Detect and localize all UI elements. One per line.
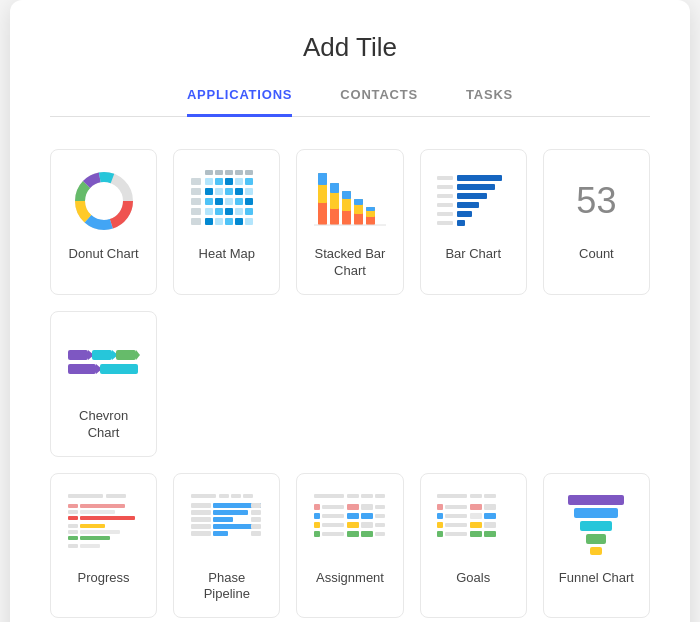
svg-rect-32 xyxy=(215,208,223,215)
svg-rect-125 xyxy=(347,513,359,519)
svg-rect-94 xyxy=(80,544,100,548)
tile-goals[interactable]: Goals xyxy=(420,473,527,619)
svg-rect-80 xyxy=(106,494,126,498)
svg-rect-11 xyxy=(245,170,253,175)
svg-marker-75 xyxy=(136,350,140,360)
tile-assignment[interactable]: Assignment xyxy=(296,473,403,619)
chevron-chart-preview xyxy=(64,328,144,398)
svg-rect-26 xyxy=(215,198,223,205)
svg-rect-58 xyxy=(457,175,502,181)
svg-rect-147 xyxy=(470,513,482,519)
svg-rect-151 xyxy=(470,522,482,528)
svg-rect-111 xyxy=(251,517,261,522)
svg-rect-153 xyxy=(437,531,443,537)
svg-rect-25 xyxy=(205,198,213,205)
svg-rect-59 xyxy=(457,184,495,190)
svg-rect-102 xyxy=(213,510,248,515)
svg-rect-123 xyxy=(314,513,320,519)
svg-rect-76 xyxy=(68,364,96,374)
svg-rect-30 xyxy=(191,208,201,215)
svg-rect-28 xyxy=(235,198,243,205)
svg-rect-70 xyxy=(68,350,88,360)
tile-stacked-bar-chart[interactable]: Stacked Bar Chart xyxy=(296,149,403,295)
svg-rect-85 xyxy=(68,516,78,520)
svg-rect-33 xyxy=(225,208,233,215)
svg-rect-120 xyxy=(347,504,359,510)
svg-rect-96 xyxy=(219,494,229,498)
tile-bar-chart[interactable]: Bar Chart xyxy=(420,149,527,295)
svg-rect-89 xyxy=(68,530,78,534)
svg-rect-74 xyxy=(116,350,136,360)
svg-rect-60 xyxy=(457,193,487,199)
svg-rect-65 xyxy=(437,185,453,189)
stacked-bar-chart-preview xyxy=(310,166,390,236)
svg-rect-126 xyxy=(361,513,373,519)
tile-count[interactable]: 53 Count xyxy=(543,149,650,295)
tile-progress[interactable]: Progress xyxy=(50,473,157,619)
svg-rect-157 xyxy=(568,495,624,505)
svg-rect-116 xyxy=(361,494,373,498)
tab-applications[interactable]: APPLICATIONS xyxy=(187,87,292,117)
svg-rect-97 xyxy=(231,494,241,498)
svg-rect-91 xyxy=(68,536,78,540)
svg-rect-17 xyxy=(245,178,253,185)
svg-rect-13 xyxy=(205,178,213,185)
svg-rect-113 xyxy=(251,531,261,536)
tile-label-stacked-bar-chart: Stacked Bar Chart xyxy=(309,246,390,280)
svg-rect-92 xyxy=(80,536,110,540)
svg-rect-24 xyxy=(191,198,201,205)
svg-rect-114 xyxy=(314,494,344,498)
svg-rect-41 xyxy=(245,218,253,225)
svg-rect-117 xyxy=(375,494,385,498)
svg-rect-95 xyxy=(191,494,216,498)
svg-rect-135 xyxy=(347,531,359,537)
tab-contacts[interactable]: CONTACTS xyxy=(340,87,418,117)
funnel-chart-preview xyxy=(556,490,636,560)
svg-rect-110 xyxy=(251,510,261,515)
tile-label-funnel-chart: Funnel Chart xyxy=(559,570,634,587)
svg-rect-158 xyxy=(574,508,618,518)
svg-rect-83 xyxy=(68,510,78,514)
tile-funnel-chart[interactable]: Funnel Chart xyxy=(543,473,650,619)
svg-rect-134 xyxy=(322,532,344,536)
svg-rect-44 xyxy=(318,173,327,185)
svg-rect-87 xyxy=(68,524,78,528)
tab-tasks[interactable]: TASKS xyxy=(466,87,513,117)
tile-label-chevron-chart: Chevron Chart xyxy=(63,408,144,442)
svg-rect-72 xyxy=(92,350,112,360)
svg-rect-62 xyxy=(457,211,472,217)
svg-rect-129 xyxy=(322,523,344,527)
goals-preview xyxy=(433,490,513,560)
svg-rect-93 xyxy=(68,544,78,548)
tile-heat-map[interactable]: Heat Map xyxy=(173,149,280,295)
tab-bar: APPLICATIONS CONTACTS TASKS xyxy=(50,87,650,117)
svg-rect-115 xyxy=(347,494,359,498)
svg-rect-22 xyxy=(235,188,243,195)
svg-rect-148 xyxy=(484,513,496,519)
svg-rect-142 xyxy=(445,505,467,509)
svg-rect-27 xyxy=(225,198,233,205)
svg-rect-99 xyxy=(191,503,211,508)
svg-rect-112 xyxy=(251,524,261,529)
svg-rect-131 xyxy=(361,522,373,528)
svg-rect-14 xyxy=(215,178,223,185)
svg-rect-132 xyxy=(375,523,385,527)
svg-rect-37 xyxy=(205,218,213,225)
tile-phase-pipeline[interactable]: Phase Pipeline xyxy=(173,473,280,619)
svg-rect-156 xyxy=(484,531,496,537)
svg-rect-7 xyxy=(205,170,213,175)
svg-rect-133 xyxy=(314,531,320,537)
tile-label-phase-pipeline: Phase Pipeline xyxy=(186,570,267,604)
svg-rect-50 xyxy=(342,191,351,199)
svg-rect-56 xyxy=(366,207,375,211)
svg-rect-121 xyxy=(361,504,373,510)
svg-rect-79 xyxy=(68,494,103,498)
tile-chevron-chart[interactable]: Chevron Chart xyxy=(50,311,157,457)
svg-rect-155 xyxy=(470,531,482,537)
tile-donut-chart[interactable]: Donut Chart xyxy=(50,149,157,295)
bar-chart-preview xyxy=(433,166,513,236)
tile-label-donut-chart: Donut Chart xyxy=(69,246,139,263)
heat-map-preview xyxy=(187,166,267,236)
count-preview: 53 xyxy=(556,166,636,236)
tile-label-progress: Progress xyxy=(78,570,130,587)
